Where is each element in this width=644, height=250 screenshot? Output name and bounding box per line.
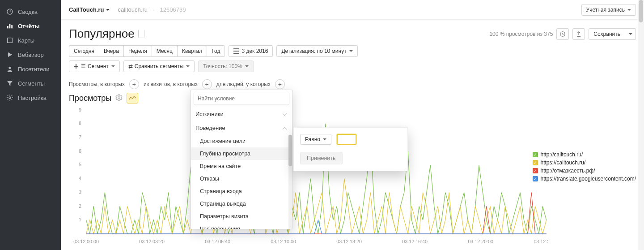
condition-value-panel: Равно Применить — [293, 127, 408, 171]
svg-text:7: 7 — [79, 134, 81, 140]
sidebar-item-bars[interactable]: Отчёты — [0, 19, 61, 33]
svg-point-5 — [8, 67, 11, 69]
refresh-button[interactable] — [556, 28, 569, 40]
seg-views-label: Просмотры, в которых — [69, 81, 125, 87]
project-selector[interactable]: CallTouch.ru — [69, 6, 110, 13]
sidebar-item-label: Настройка — [18, 95, 47, 101]
legend-swatch: ✓ — [533, 168, 538, 173]
svg-point-6 — [9, 97, 11, 99]
bars-icon — [6, 22, 13, 30]
svg-text:03.12 23:20: 03.12 23:20 — [534, 239, 548, 244]
gear-icon — [6, 94, 13, 101]
sidebar-item-layers[interactable]: Карты — [0, 33, 61, 47]
svg-text:5: 5 — [79, 162, 81, 167]
period-Неделя[interactable]: Неделя — [123, 45, 152, 57]
condition-item[interactable]: Страница входа — [191, 185, 292, 198]
sidebar-item-person[interactable]: Посетители — [0, 62, 61, 76]
project-domain: calltouch.ru — [118, 6, 147, 13]
condition-item[interactable]: Глубина просмотра — [191, 147, 292, 160]
legend-item[interactable]: ✓http://отмазкаесть.рф/ — [533, 168, 636, 174]
seg-visits-label: из визитов, в которых — [144, 81, 198, 87]
sidebar-item-gear[interactable]: Настройка — [0, 91, 61, 105]
condition-panel: ИсточникиПоведениеДостижение целиГлубина… — [191, 90, 292, 229]
svg-text:8: 8 — [79, 121, 81, 126]
condition-item[interactable]: Время на сайте — [191, 160, 292, 172]
svg-text:03.12 13:20: 03.12 13:20 — [336, 239, 362, 244]
accuracy-button[interactable]: Точность: 100% — [198, 60, 253, 72]
period-Год[interactable]: Год — [207, 45, 225, 57]
condition-item[interactable]: Достижение цели — [191, 135, 292, 147]
svg-rect-4 — [8, 38, 13, 43]
legend-item[interactable]: ✓http://calltouch.ru/ — [533, 151, 636, 158]
sidebar-item-label: Посетители — [18, 66, 50, 73]
calendar-button[interactable]: 3 дек 2016 — [229, 45, 273, 57]
save-menu[interactable] — [625, 28, 636, 40]
export-button[interactable] — [572, 28, 585, 40]
condition-search-input[interactable] — [194, 93, 289, 104]
svg-text:1: 1 — [79, 217, 81, 222]
sidebar-item-gauge[interactable]: Сводка — [0, 4, 61, 19]
condition-value-input[interactable] — [337, 134, 356, 145]
person-icon — [6, 65, 13, 73]
save-button[interactable]: Сохранить — [589, 28, 625, 40]
apply-button[interactable]: Применить — [300, 152, 343, 164]
svg-point-8 — [118, 96, 120, 99]
chart-settings-icon[interactable] — [115, 94, 123, 103]
chart-legend: ✓http://calltouch.ru/✓https://calltouch.… — [533, 151, 636, 182]
legend-item[interactable]: ✓https://translate.googleusercontent.com… — [533, 176, 636, 182]
main: CallTouch.ru calltouch.ru · 12606739 Уче… — [61, 0, 644, 250]
legend-label: http://calltouch.ru/ — [541, 151, 583, 158]
sidebar-item-label: Сегменты — [18, 80, 45, 87]
sidebar-item-funnel[interactable]: Сегменты — [0, 76, 61, 91]
chart-type-line[interactable] — [127, 93, 138, 103]
seg-people-label: для людей, у которых — [216, 81, 271, 87]
svg-text:03.12 20:00: 03.12 20:00 — [468, 239, 493, 244]
panel-scrollbar[interactable] — [288, 135, 292, 229]
condition-group[interactable]: Поведение — [191, 121, 292, 135]
condition-item[interactable]: Час посещения — [191, 223, 292, 229]
svg-text:03.12 06:40: 03.12 06:40 — [205, 239, 230, 244]
sidebar-item-label: Карты — [18, 37, 34, 44]
page-header: Популярное 100 % просмотров из 375 Сохра… — [61, 20, 644, 45]
account-menu[interactable]: Учетная запись — [581, 4, 636, 16]
chevron-icon — [283, 126, 288, 130]
detail-select[interactable]: Детализация: по 10 минут — [276, 45, 357, 57]
condition-item[interactable]: Параметры визита — [191, 210, 292, 223]
legend-swatch: ✓ — [533, 176, 538, 181]
sidebar-item-play[interactable]: Вебвизор — [0, 47, 61, 62]
condition-group[interactable]: Источники — [191, 107, 292, 121]
gauge-icon — [6, 8, 13, 15]
period-Сегодня[interactable]: Сегодня — [69, 45, 99, 57]
legend-item[interactable]: ✓https://calltouch.ru/ — [533, 159, 636, 166]
segment-builder: Просмотры, в которых + из визитов, в кот… — [61, 76, 644, 91]
project-id: 12606739 — [160, 6, 186, 13]
operator-select[interactable]: Равно — [300, 134, 331, 145]
bookmark-icon[interactable] — [138, 30, 144, 38]
svg-text:03.12 03:20: 03.12 03:20 — [139, 239, 165, 244]
topbar: CallTouch.ru calltouch.ru · 12606739 Уче… — [61, 0, 644, 20]
period-Вчера[interactable]: Вчера — [99, 45, 123, 57]
legend-label: https://translate.googleusercontent.com/ — [541, 176, 636, 182]
chevron-icon — [283, 112, 288, 116]
views-summary: 100 % просмотров из 375 — [489, 31, 553, 37]
segment-button[interactable]: ☰Сегмент — [69, 60, 120, 72]
sidebar-item-label: Отчёты — [18, 23, 40, 30]
svg-rect-3 — [11, 25, 13, 28]
sidebar: СводкаОтчётыКартыВебвизорПосетителиСегме… — [0, 0, 61, 250]
svg-text:3: 3 — [79, 190, 81, 195]
condition-item[interactable]: Страница выхода — [191, 198, 292, 210]
legend-label: https://calltouch.ru/ — [541, 159, 586, 166]
page-title: Популярное — [69, 27, 135, 41]
svg-text:6: 6 — [79, 148, 81, 154]
period-Квартал[interactable]: Квартал — [177, 45, 207, 57]
compare-segments-button[interactable]: ⇄Сравнить сегменты — [123, 60, 195, 72]
condition-item[interactable]: Отказы — [191, 172, 292, 185]
add-people-filter[interactable]: + — [275, 79, 285, 89]
add-visits-filter[interactable]: + — [202, 79, 212, 89]
funnel-icon — [6, 80, 13, 87]
page-scrollbar[interactable] — [638, 0, 644, 250]
period-group: СегодняВчераНеделяМесяцКварталГод — [69, 45, 225, 57]
layers-icon — [6, 37, 13, 44]
period-Месяц[interactable]: Месяц — [152, 45, 177, 57]
add-views-filter[interactable]: + — [129, 79, 139, 89]
